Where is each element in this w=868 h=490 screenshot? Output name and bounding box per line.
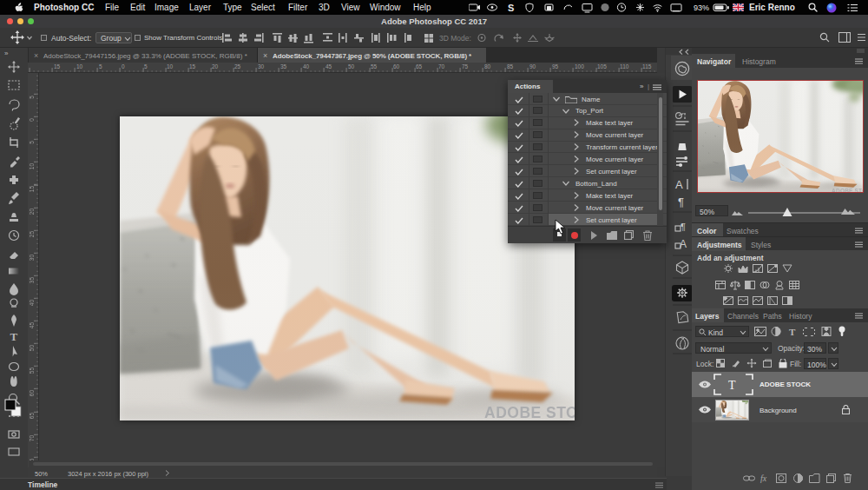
svg-text:¶: ¶ bbox=[681, 222, 686, 232]
svg-text:93%: 93% bbox=[694, 3, 709, 12]
svg-text:¶: ¶ bbox=[678, 195, 684, 209]
svg-text:T: T bbox=[10, 330, 18, 343]
svg-text:3D Mode:: 3D Mode: bbox=[439, 34, 471, 43]
svg-text:T: T bbox=[728, 379, 736, 392]
svg-text:fx: fx bbox=[760, 473, 767, 483]
svg-text:A: A bbox=[675, 178, 683, 191]
svg-text:S: S bbox=[508, 3, 514, 13]
svg-text:T: T bbox=[789, 327, 796, 337]
